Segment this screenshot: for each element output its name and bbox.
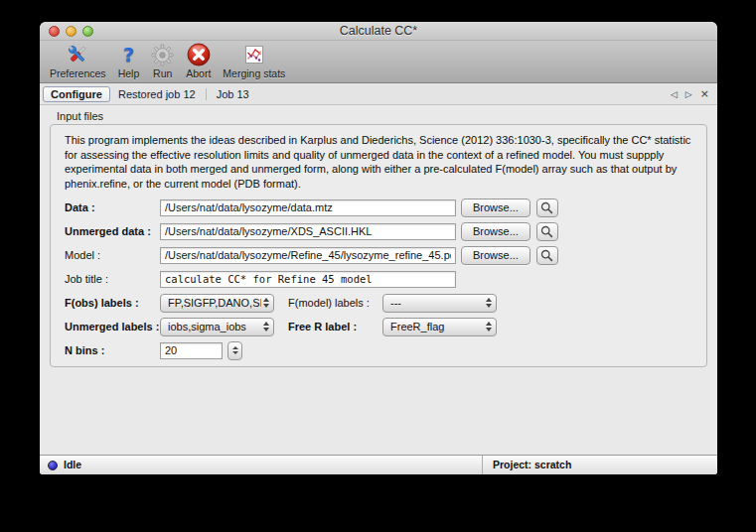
fmodel-labels-dropdown[interactable]: --- [382,294,497,313]
unmerged-labels-label: Unmerged labels : [65,321,160,332]
gear-icon [151,43,174,66]
magnifier-icon [540,249,553,262]
tab-scroll-left-icon[interactable]: ◁ [671,89,678,99]
model-view-button[interactable] [536,246,558,265]
fobs-fmodel-row: F(obs) labels : FP,SIGFP,DANO,SI... F(mo… [65,294,692,312]
chevron-updown-icon [484,322,493,332]
tab-restored-job-12[interactable]: Restored job 12 [110,86,204,102]
unmerged-data-label: Unmerged data : [65,225,160,237]
tab-configure[interactable]: Configure [43,86,110,102]
input-files-groupbox: This program implements the ideas descri… [50,124,707,367]
data-row: Data : Browse... [65,199,692,216]
magnifier-icon [540,225,553,238]
program-description: This program implements the ideas descri… [65,133,692,191]
chevron-updown-icon [484,298,493,308]
tab-job-13[interactable]: Job 13 [209,86,257,102]
minimize-window-button[interactable] [66,26,76,37]
abort-icon [187,43,211,66]
fobs-labels-dropdown[interactable]: FP,SIGFP,DANO,SI... [160,294,274,313]
n-bins-row: N bins : [65,341,692,359]
data-path-input[interactable] [160,200,456,216]
fobs-labels-label: F(obs) labels : [65,297,160,309]
chart-icon [244,43,264,66]
n-bins-input[interactable] [160,342,223,359]
tab-close-icon[interactable]: × [700,87,709,100]
run-button[interactable]: Run [147,42,178,80]
magnifier-icon [540,201,553,214]
unmerged-data-view-button[interactable] [536,222,558,241]
unmerged-data-browse-button[interactable]: Browse... [461,222,530,241]
data-browse-button[interactable]: Browse... [461,199,530,217]
unmerged-freer-row: Unmerged labels : iobs,sigma_iobs Free R… [65,318,692,335]
job-title-input[interactable] [160,271,456,288]
model-row: Model : Browse... [65,246,692,264]
toolbar-label: Abort [186,67,211,79]
tab-bar: Configure Restored job 12 Job 13 ◁ ▷ × [40,83,717,105]
statusbar-divider [482,456,483,474]
unmerged-data-row: Unmerged data : Browse... [65,222,692,240]
help-icon: ? [123,43,135,66]
toolbar-label: Preferences [50,67,106,79]
model-path-input[interactable] [160,247,456,264]
n-bins-label: N bins : [65,344,160,356]
toolbar-label: Run [153,67,172,79]
status-bar: Idle Project: scratch [40,455,717,474]
toolbar-label: Help [118,67,140,79]
job-title-row: Job title : [65,270,692,288]
chevron-updown-icon [261,322,270,332]
abort-button[interactable]: Abort [182,42,215,80]
fmodel-labels-label: F(model) labels : [288,297,382,309]
title-bar[interactable]: Calculate CC* [40,22,717,41]
tab-divider [206,88,207,100]
screen: { "window": { "title": "Calculate CC*" }… [0,0,756,532]
toolbar: Preferences ? Help [40,41,717,83]
data-view-button[interactable] [536,199,558,217]
tab-scroll-right-icon[interactable]: ▷ [685,89,692,99]
data-label: Data : [65,201,160,213]
help-button[interactable]: ? Help [114,42,144,80]
close-window-button[interactable] [49,26,60,37]
free-r-label-dropdown[interactable]: FreeR_flag [382,318,497,336]
toolbar-label: Merging stats [223,67,285,79]
window-title: Calculate CC* [40,22,717,41]
preferences-button[interactable]: Preferences [46,42,110,80]
status-led-icon [48,461,58,470]
n-bins-stepper[interactable] [227,341,242,360]
traffic-lights [49,26,93,37]
input-files-section-label: Input files [57,110,717,122]
model-label: Model : [65,249,160,261]
status-text: Idle [64,459,81,470]
job-title-label: Job title : [65,273,160,285]
merging-stats-button[interactable]: Merging stats [219,42,289,80]
free-r-label-label: Free R label : [288,321,382,332]
model-browse-button[interactable]: Browse... [461,246,530,265]
chevron-updown-icon [261,298,270,308]
tools-icon [66,43,89,66]
unmerged-labels-dropdown[interactable]: iobs,sigma_iobs [160,318,274,336]
project-label: Project: scratch [493,459,571,470]
tab-controls: ◁ ▷ × [671,87,709,100]
app-window: Calculate CC* Preferences [40,22,717,474]
configure-panel: Input files This program implements the … [40,107,717,455]
unmerged-data-path-input[interactable] [160,223,456,240]
zoom-window-button[interactable] [82,26,93,37]
